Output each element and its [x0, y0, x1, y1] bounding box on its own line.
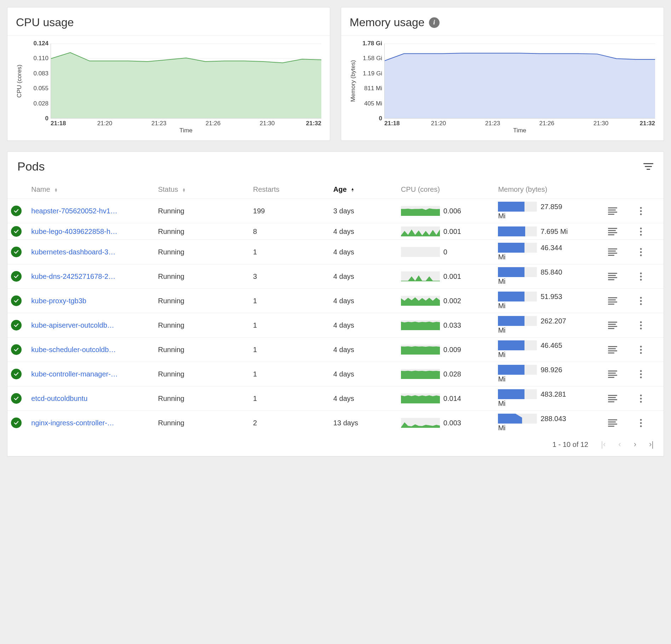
logs-icon[interactable]	[608, 297, 617, 304]
pod-cpu: 0.028	[397, 362, 495, 386]
pod-link[interactable]: kube-dns-2425271678-2…	[31, 272, 115, 280]
pod-restarts: 1	[250, 338, 330, 362]
row-menu-icon[interactable]	[637, 345, 644, 354]
table-row: nginx-ingress-controller-…Running213 day…	[7, 411, 664, 435]
pods-title: Pods	[17, 160, 45, 173]
row-menu-icon[interactable]	[637, 206, 644, 215]
memory-bar	[498, 389, 537, 399]
table-row: kube-lego-4039622858-h…Running84 days0.0…	[7, 223, 664, 240]
logs-icon[interactable]	[608, 346, 617, 353]
pod-cpu: 0	[397, 240, 495, 264]
table-row: kube-apiserver-outcoldb…Running14 days0.…	[7, 313, 664, 338]
row-menu-icon[interactable]	[637, 247, 644, 257]
pod-link[interactable]: kube-controller-manager-…	[31, 370, 118, 378]
column-name[interactable]: Name ▲▼	[28, 180, 154, 199]
memory-y-ticks: 0405 Mi811 Mi1.19 Gi1.58 Gi1.78 Gi	[360, 44, 384, 119]
pod-age: 4 days	[330, 338, 397, 362]
cpu-plot-area	[51, 44, 321, 119]
row-menu-icon[interactable]	[637, 321, 644, 330]
memory-usage-chart: Memory (bytes) 0405 Mi811 Mi1.19 Gi1.58 …	[350, 44, 655, 136]
memory-plot-area	[384, 44, 655, 119]
pod-restarts: 1	[250, 362, 330, 386]
row-menu-icon[interactable]	[637, 369, 644, 379]
cpu-sparkline	[401, 226, 440, 236]
pod-link[interactable]: kube-proxy-tgb3b	[31, 297, 86, 305]
logs-icon[interactable]	[608, 228, 617, 235]
page-last-icon[interactable]: ›|	[649, 440, 654, 449]
status-running-icon	[11, 206, 22, 216]
pod-memory: 262.207Mi	[494, 313, 604, 338]
memory-usage-card: Memory usage i Memory (bytes) 0405 Mi811…	[341, 7, 664, 141]
status-running-icon	[11, 369, 22, 379]
cpu-sparkline	[401, 271, 440, 281]
info-icon[interactable]: i	[429, 17, 440, 28]
pod-restarts: 1	[250, 240, 330, 264]
cpu-usage-card: CPU usage CPU (cores) 00.0280.0550.0830.…	[7, 7, 330, 141]
cpu-usage-chart: CPU (cores) 00.0280.0550.0830.1100.124 2…	[16, 44, 321, 136]
pod-age: 4 days	[330, 264, 397, 289]
logs-icon[interactable]	[608, 395, 617, 402]
pod-status: Running	[154, 240, 250, 264]
logs-icon[interactable]	[608, 248, 617, 255]
pod-status: Running	[154, 338, 250, 362]
pod-cpu: 0.003	[397, 411, 495, 435]
column-memory[interactable]: Memory (bytes)	[494, 180, 604, 199]
table-row: kube-scheduler-outcoldb…Running14 days0.…	[7, 338, 664, 362]
pod-cpu: 0.001	[397, 264, 495, 289]
page-first-icon[interactable]: |‹	[601, 440, 606, 449]
page-prev-icon[interactable]: ‹	[618, 440, 621, 449]
pod-restarts: 8	[250, 223, 330, 240]
pod-status: Running	[154, 289, 250, 313]
logs-icon[interactable]	[608, 207, 617, 214]
row-menu-icon[interactable]	[637, 227, 644, 236]
memory-bar	[498, 414, 537, 424]
pod-link[interactable]: kube-lego-4039622858-h…	[31, 228, 117, 235]
pod-status: Running	[154, 411, 250, 435]
pod-age: 3 days	[330, 199, 397, 223]
row-menu-icon[interactable]	[637, 418, 644, 427]
cpu-y-axis-label: CPU (cores)	[16, 44, 26, 119]
row-menu-icon[interactable]	[637, 296, 644, 305]
table-row: kubernetes-dashboard-3…Running14 days046…	[7, 240, 664, 264]
pod-memory: 27.859Mi	[494, 199, 604, 223]
column-status[interactable]: Status ▲▼	[154, 180, 250, 199]
pod-link[interactable]: kube-scheduler-outcoldb…	[31, 346, 116, 353]
page-next-icon[interactable]: ›	[634, 440, 636, 449]
pod-link[interactable]: etcd-outcoldbuntu	[31, 395, 87, 402]
status-running-icon	[11, 320, 22, 330]
table-row: heapster-705620052-hv1…Running1993 days0…	[7, 199, 664, 223]
logs-icon[interactable]	[608, 322, 617, 329]
status-running-icon	[11, 247, 22, 257]
pod-link[interactable]: heapster-705620052-hv1…	[31, 207, 117, 215]
memory-x-axis-label: Time	[384, 127, 655, 136]
pod-status: Running	[154, 386, 250, 411]
filter-icon[interactable]	[643, 163, 654, 170]
pod-restarts: 199	[250, 199, 330, 223]
pagination-range: 1 - 10 of 12	[552, 441, 588, 449]
status-running-icon	[11, 418, 22, 428]
pod-link[interactable]: kube-apiserver-outcoldb…	[31, 321, 114, 329]
cpu-usage-title: CPU usage	[16, 16, 321, 29]
cpu-sparkline	[401, 206, 440, 216]
column-restarts[interactable]: Restarts	[250, 180, 330, 199]
cpu-sparkline	[401, 247, 440, 257]
column-age[interactable]: Age ▲▼	[330, 180, 397, 199]
logs-icon[interactable]	[608, 370, 617, 378]
cpu-sparkline	[401, 393, 440, 403]
pod-cpu: 0.033	[397, 313, 495, 338]
status-running-icon	[11, 344, 22, 355]
pod-restarts: 3	[250, 264, 330, 289]
cpu-y-ticks: 00.0280.0550.0830.1100.124	[26, 44, 51, 119]
row-menu-icon[interactable]	[637, 394, 644, 403]
logs-icon[interactable]	[608, 273, 617, 280]
row-menu-icon[interactable]	[637, 272, 644, 281]
memory-usage-title: Memory usage i	[350, 16, 655, 29]
memory-bar	[498, 316, 537, 326]
pod-link[interactable]: nginx-ingress-controller-…	[31, 419, 114, 427]
table-row: kube-dns-2425271678-2…Running34 days0.00…	[7, 264, 664, 289]
pod-link[interactable]: kubernetes-dashboard-3…	[31, 248, 115, 256]
column-cpu[interactable]: CPU (cores)	[397, 180, 495, 199]
pod-cpu: 0.002	[397, 289, 495, 313]
logs-icon[interactable]	[608, 419, 617, 426]
pod-age: 4 days	[330, 313, 397, 338]
